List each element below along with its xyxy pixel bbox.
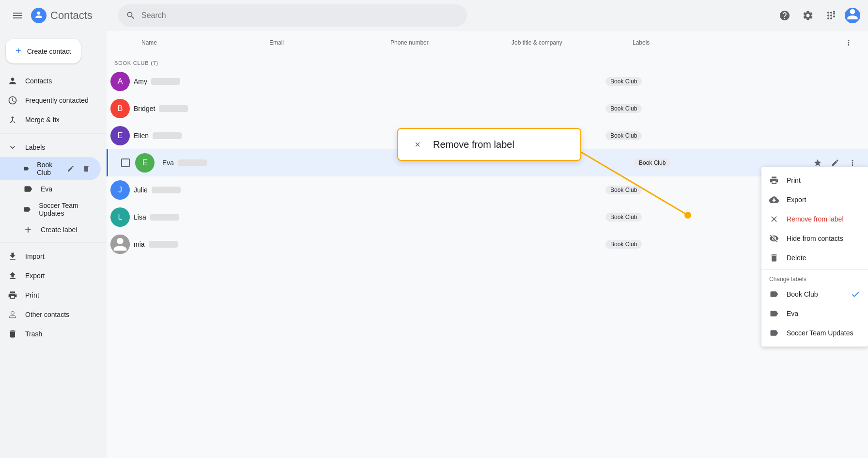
sidebar-item-eva[interactable]: Eva [0, 180, 101, 198]
ellen-name-blur [153, 132, 182, 139]
lisa-name-text: Lisa [134, 213, 146, 221]
row-select-amy: A [114, 72, 134, 91]
sidebar-item-trash[interactable]: Trash [0, 324, 101, 344]
sidebar-item-merge[interactable]: Merge & fix [0, 110, 101, 129]
table-header: Name Email Phone number Job title & comp… [107, 31, 868, 54]
sidebar-divider-1 [0, 133, 107, 134]
sidebar-item-frequently[interactable]: Frequently contacted [0, 91, 101, 110]
menu-label-book-club[interactable]: Book Club [761, 284, 868, 304]
bridget-name-blur [159, 105, 188, 112]
sidebar-item-soccer[interactable]: Soccer Team Updates [0, 198, 101, 221]
row-name-eva: Eva [162, 159, 271, 167]
menu-item-hide[interactable]: Hide from contacts [761, 229, 868, 248]
menu-divider [761, 269, 868, 270]
tooltip-close-button[interactable]: × [410, 137, 425, 152]
settings-button[interactable] [798, 6, 818, 25]
print-icon [8, 290, 17, 300]
col-name-header: Name [114, 39, 269, 46]
contact-row-amy[interactable]: A Amy Book Club [107, 68, 868, 95]
book-club-actions [64, 162, 93, 175]
delete-menu-label: Delete [787, 254, 806, 262]
print-menu-label: Print [787, 176, 801, 184]
delete-icon [82, 165, 90, 173]
avatar-amy: A [110, 72, 130, 91]
app-logo[interactable]: Contacts [31, 8, 93, 23]
contact-row-lisa[interactable]: L Lisa Book Club [107, 204, 868, 231]
row-select-eva[interactable] [116, 158, 135, 167]
sidebar: + Create contact Contacts Frequently con… [0, 31, 107, 458]
sidebar-item-import[interactable]: Import [0, 247, 101, 266]
create-contact-button[interactable]: + Create contact [6, 39, 81, 63]
row-name-lisa: Lisa [134, 213, 242, 221]
labels-section-header[interactable]: Labels [0, 138, 101, 157]
row-name-mia: mia [134, 240, 242, 248]
avatar-mia [110, 235, 130, 254]
row-select-mia [114, 235, 134, 254]
search-input[interactable] [141, 11, 459, 20]
check-icon [851, 289, 860, 299]
menu-label-eva[interactable]: Eva [761, 304, 868, 323]
label-icon-menu-eva [769, 309, 779, 318]
col-more-header [841, 35, 860, 50]
create-label-label: Create label [41, 226, 78, 234]
avatar-lisa: L [110, 207, 130, 227]
label-icon-soccer [23, 205, 31, 214]
merge-label: Merge & fix [25, 116, 93, 124]
checkbox-eva[interactable] [121, 158, 130, 167]
row-name-amy: Amy [134, 78, 242, 85]
delete-label-button[interactable] [79, 162, 93, 175]
menu-label-soccer[interactable]: Soccer Team Updates [761, 323, 868, 343]
other-contacts-label: Other contacts [25, 311, 93, 318]
sidebar-item-export[interactable]: Export [0, 266, 101, 285]
user-avatar[interactable] [845, 8, 860, 23]
edit-icon [831, 158, 839, 167]
frequently-label: Frequently contacted [25, 96, 93, 104]
menu-item-remove-label[interactable]: Remove from label [761, 209, 868, 229]
row-name-bridget: Bridget [134, 105, 242, 112]
menu-item-print[interactable]: Print [761, 171, 868, 190]
row-select-lisa: L [114, 207, 134, 227]
menu-item-export[interactable]: Export [761, 190, 868, 209]
add-icon [23, 225, 33, 235]
search-bar[interactable] [118, 4, 467, 27]
apps-button[interactable] [822, 6, 841, 25]
label-chip-julie: Book Club [605, 186, 642, 194]
group-header-book-club: BOOK CLUB (7) [107, 54, 868, 68]
tooltip-text: Remove from label [433, 139, 514, 150]
contact-row-julie[interactable]: J Julie Book Club [107, 176, 868, 204]
export-label: Export [25, 272, 93, 280]
avatar-eva: E [135, 153, 155, 173]
mia-avatar-img [110, 235, 130, 254]
menu-icon[interactable] [8, 6, 27, 25]
book-club-label: Book Club [37, 161, 56, 176]
row-name-julie: Julie [134, 186, 242, 194]
hide-menu-label: Hide from contacts [787, 235, 843, 242]
contacts-label: Contacts [25, 77, 93, 85]
col-job-header: Job title & company [512, 39, 633, 46]
mia-name-text: mia [134, 240, 145, 248]
menu-item-delete[interactable]: Delete [761, 248, 868, 268]
more-options-header-button[interactable] [841, 35, 856, 50]
label-chip-amy: Book Club [605, 77, 642, 86]
bridget-name-text: Bridget [134, 105, 155, 112]
row-select-ellen: E [114, 126, 134, 145]
hide-menu-icon [769, 234, 779, 243]
create-label-button[interactable]: Create label [0, 221, 107, 238]
edit-label-button[interactable] [64, 162, 78, 175]
sidebar-item-book-club[interactable]: Book Club [0, 157, 101, 180]
sidebar-item-print[interactable]: Print [0, 285, 101, 305]
menu-book-club-label: Book Club [787, 290, 818, 298]
menu-soccer-label: Soccer Team Updates [787, 329, 853, 337]
sidebar-divider-2 [0, 242, 107, 243]
label-chip-lisa: Book Club [605, 213, 642, 221]
help-button[interactable] [775, 6, 794, 25]
delete-menu-icon [769, 253, 779, 263]
col-email-header: Email [269, 39, 390, 46]
sidebar-item-other[interactable]: Other contacts [0, 305, 101, 324]
col-phone-header: Phone number [390, 39, 512, 46]
change-labels-section: Change labels [761, 272, 868, 284]
contact-row-mia[interactable]: mia Book Club [107, 231, 868, 258]
contact-row-bridget[interactable]: B Bridget Book Club [107, 95, 868, 122]
trash-icon [8, 329, 17, 339]
sidebar-item-contacts[interactable]: Contacts [0, 71, 101, 91]
